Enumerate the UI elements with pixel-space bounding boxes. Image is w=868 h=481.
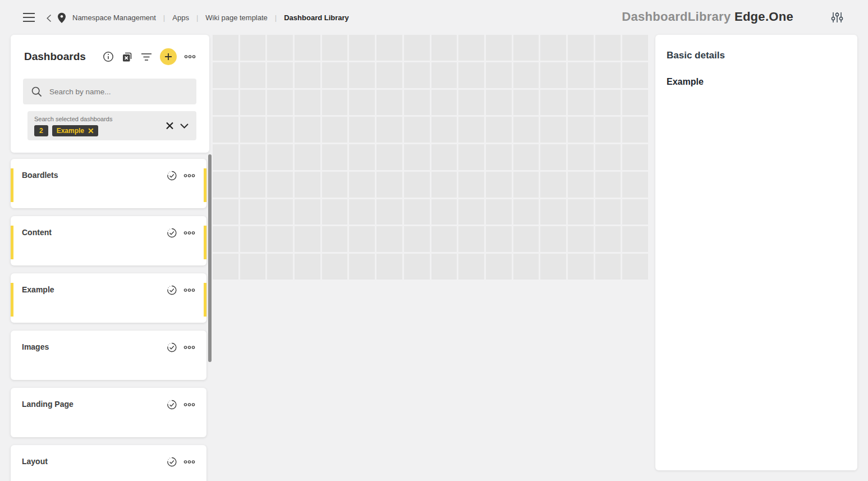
- more-icon[interactable]: [183, 231, 195, 235]
- chip-remove-icon[interactable]: [88, 128, 94, 134]
- filter-icon[interactable]: [140, 53, 153, 61]
- dashboard-card-title: Boardlets: [22, 171, 58, 180]
- topbar: Namespace Management|Apps|Wiki page temp…: [0, 0, 868, 35]
- dashboard-card-title: Images: [22, 342, 49, 351]
- grid-tile: [595, 35, 621, 61]
- grid-tile: [240, 62, 266, 88]
- selected-dashboards-filter[interactable]: Search selected dashboards 2 Example: [27, 111, 196, 140]
- grid-tile: [458, 199, 484, 225]
- grid-tile: [322, 226, 348, 252]
- select-check-icon[interactable]: [166, 227, 177, 239]
- dashboard-grid-canvas[interactable]: [213, 35, 648, 280]
- info-icon[interactable]: [103, 51, 114, 62]
- more-icon[interactable]: [183, 460, 195, 464]
- grid-tile: [568, 35, 594, 61]
- grid-tile: [540, 35, 566, 61]
- grid-tile: [376, 90, 402, 116]
- dashboard-card-title: Landing Page: [22, 400, 74, 409]
- menu-icon[interactable]: [22, 12, 35, 22]
- select-check-icon[interactable]: [166, 342, 177, 353]
- dashboard-card[interactable]: Content: [11, 216, 206, 265]
- grid-tile: [376, 117, 402, 143]
- grid-tile: [213, 172, 238, 198]
- chevron-down-icon[interactable]: [180, 123, 189, 129]
- grid-tile: [295, 254, 320, 280]
- grid-tile: [622, 172, 648, 198]
- grid-tile: [404, 35, 430, 61]
- filter-chip[interactable]: Example: [52, 125, 98, 136]
- more-icon[interactable]: [183, 345, 195, 350]
- grid-tile: [622, 90, 648, 116]
- grid-tile: [376, 226, 402, 252]
- dashboard-card[interactable]: Boardlets: [11, 159, 206, 208]
- grid-tile: [431, 144, 457, 170]
- search-input[interactable]: [49, 88, 189, 96]
- grid-tile: [349, 254, 375, 280]
- grid-tile: [458, 90, 484, 116]
- select-check-icon[interactable]: [166, 399, 177, 410]
- grid-tile: [568, 117, 594, 143]
- sliders-icon[interactable]: [831, 11, 843, 24]
- grid-tile: [622, 35, 648, 61]
- grid-tile: [322, 35, 348, 61]
- grid-tile: [431, 62, 457, 88]
- search-icon: [31, 86, 43, 98]
- grid-tile: [458, 62, 484, 88]
- panel-toolbar: [103, 48, 196, 65]
- grid-tile: [349, 62, 375, 88]
- dashboard-card[interactable]: Landing Page: [11, 388, 206, 437]
- grid-tile: [513, 144, 539, 170]
- breadcrumb-item[interactable]: Namespace Management: [72, 13, 156, 22]
- grid-tile: [376, 199, 402, 225]
- grid-tile: [486, 144, 512, 170]
- add-dashboard-button[interactable]: [160, 48, 177, 65]
- grid-tile: [295, 62, 320, 88]
- grid-tile: [622, 117, 648, 143]
- list-scrollbar[interactable]: [208, 154, 212, 362]
- breadcrumb-separator: |: [163, 13, 165, 22]
- grid-tile: [595, 199, 621, 225]
- grid-tile: [595, 172, 621, 198]
- grid-tile: [267, 254, 293, 280]
- grid-tile: [295, 199, 320, 225]
- grid-tile: [267, 199, 293, 225]
- more-icon[interactable]: [183, 173, 195, 178]
- selection-strip-right: [204, 168, 206, 202]
- grid-tile: [568, 226, 594, 252]
- more-icon[interactable]: [184, 54, 196, 59]
- grid-tile: [267, 117, 293, 143]
- select-check-icon[interactable]: [166, 456, 177, 468]
- grid-tile: [513, 226, 539, 252]
- dashboard-card-actions: [166, 227, 195, 239]
- grid-tile: [486, 35, 512, 61]
- grid-tile: [267, 62, 293, 88]
- grid-tile: [349, 35, 375, 61]
- grid-tile: [540, 144, 566, 170]
- grid-tile: [322, 90, 348, 116]
- select-check-icon[interactable]: [166, 170, 177, 181]
- grid-tile: [213, 35, 238, 61]
- grid-tile: [540, 90, 566, 116]
- dashboard-card[interactable]: Layout: [11, 445, 206, 481]
- grid-tile: [322, 172, 348, 198]
- select-check-icon[interactable]: [166, 285, 177, 296]
- dashboard-card[interactable]: Images: [11, 331, 206, 380]
- grid-tile: [267, 35, 293, 61]
- dashboard-card[interactable]: Example: [11, 273, 206, 323]
- breadcrumb-item[interactable]: Apps: [172, 13, 189, 22]
- clear-icon[interactable]: [166, 122, 174, 130]
- more-icon[interactable]: [183, 402, 195, 407]
- selection-strip-right: [204, 226, 206, 259]
- back-icon[interactable]: [46, 14, 52, 22]
- breadcrumb-item[interactable]: Dashboard Library: [284, 13, 349, 22]
- grid-tile: [486, 226, 512, 252]
- more-icon[interactable]: [183, 288, 195, 292]
- grid-tile: [240, 90, 266, 116]
- grid-tile: [295, 226, 320, 252]
- breadcrumb-item[interactable]: Wiki page template: [205, 13, 268, 22]
- dashboard-card-actions: [166, 456, 195, 468]
- deselect-all-icon[interactable]: [121, 51, 133, 63]
- grid-tile: [540, 226, 566, 252]
- grid-tile: [213, 254, 238, 280]
- grid-tile: [513, 90, 539, 116]
